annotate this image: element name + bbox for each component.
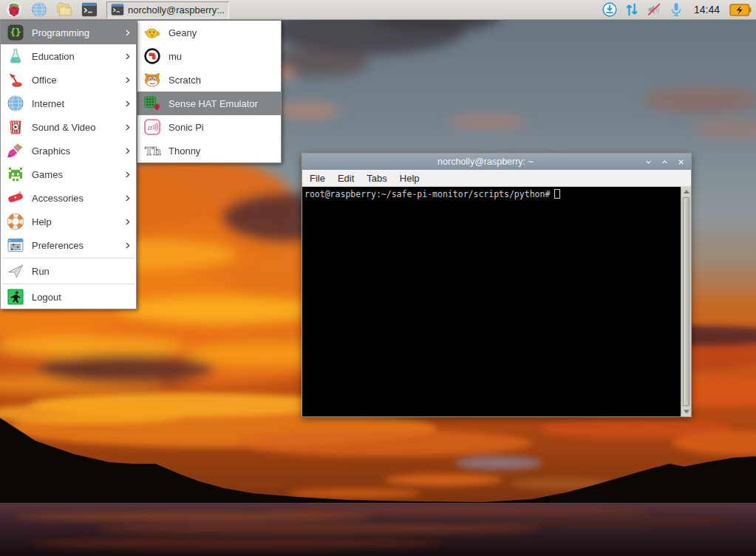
geany-icon	[143, 24, 161, 41]
volume-tray-icon[interactable]	[646, 1, 662, 18]
menu-button[interactable]	[3, 1, 25, 19]
scroll-up-button[interactable]	[681, 187, 691, 196]
submenu-item-label: Sonic Pi	[168, 122, 277, 133]
taskbar-window-button[interactable]: norcholly@raspberry:...	[106, 1, 229, 18]
menu-item[interactable]: Preferences	[1, 233, 136, 257]
menu-item-label: Games	[32, 169, 115, 180]
run-icon	[7, 262, 24, 280]
terminal-output[interactable]: root@raspberry:~/safe-pi-monitor/scripts…	[302, 187, 681, 416]
taskbar-window-label: norcholly@raspberry:...	[128, 4, 225, 16]
scroll-down-button[interactable]	[681, 407, 691, 416]
menubar-item[interactable]: File	[310, 173, 325, 184]
menu-item-label: Graphics	[32, 145, 115, 157]
menu-item[interactable]: Sound & Video	[1, 115, 136, 139]
terminal-launcher[interactable]	[78, 1, 101, 19]
internet-icon	[7, 95, 24, 112]
microphone-tray-icon[interactable]	[668, 1, 684, 18]
chevron-right-icon	[123, 28, 132, 38]
submenu-item[interactable]: Geany	[137, 21, 281, 44]
web-browser-icon	[31, 1, 47, 18]
menubar-item[interactable]: Help	[400, 173, 420, 184]
menubar-item[interactable]: Edit	[338, 173, 354, 184]
svg-text:Th: Th	[145, 145, 161, 158]
raspberry-menu-icon	[6, 1, 22, 18]
terminal-titlebar[interactable]: norcholly@raspberry: ~	[302, 154, 691, 170]
volume-muted-icon	[646, 1, 662, 18]
window-controls	[644, 154, 685, 170]
preferences-icon	[7, 236, 24, 254]
submenu-item[interactable]: Scratch	[137, 68, 281, 92]
menu-item-label: Run	[32, 266, 115, 277]
updater-tray-icon[interactable]	[602, 1, 618, 18]
menu-item-label: Programming	[32, 27, 115, 38]
menu-item[interactable]: Run	[1, 259, 136, 283]
close-icon	[677, 158, 685, 166]
menu-separator	[2, 284, 134, 284]
microphone-icon	[668, 1, 684, 18]
menu-item[interactable]: Logout	[1, 285, 136, 309]
submenu-item-label: Sense HAT Emulator	[168, 98, 277, 109]
submenu-item-label: Thonny	[168, 145, 277, 157]
chevron-up-icon	[661, 158, 669, 166]
system-tray: 14:44	[602, 1, 753, 18]
menu-item[interactable]: Help	[1, 210, 136, 233]
desktop: norcholly@raspberry:... 14:44	[0, 0, 756, 556]
menu-item[interactable]: Internet	[1, 92, 136, 115]
scrollbar	[681, 187, 691, 416]
menu-item-label: Internet	[32, 98, 115, 109]
scrollbar-thumb[interactable]	[683, 197, 689, 406]
submenu-item-label: mu	[168, 51, 277, 62]
office-icon	[7, 71, 24, 89]
chevron-right-icon	[123, 217, 132, 227]
menu-item[interactable]: Games	[1, 162, 136, 186]
mu-icon	[143, 47, 161, 65]
svg-text:{}: {}	[10, 27, 21, 38]
minimize-button[interactable]	[644, 158, 653, 166]
menu-item-label: Accessories	[32, 193, 115, 204]
menubar-item[interactable]: Tabs	[367, 173, 386, 184]
submenu-item[interactable]: Sense HAT Emulator	[137, 92, 281, 115]
clock[interactable]: 14:44	[694, 4, 720, 16]
menu-item[interactable]: Accessories	[1, 186, 136, 210]
chevron-down-icon	[644, 158, 653, 166]
menu-item[interactable]: Office	[1, 68, 136, 92]
start-menu: {} Programming Education Office Internet…	[0, 20, 137, 309]
submenu-item[interactable]: mu	[137, 44, 281, 68]
menu-item-label: Preferences	[32, 240, 115, 251]
taskbar-launchers	[3, 1, 101, 19]
chevron-right-icon	[123, 75, 132, 85]
submenu-item[interactable]: π Sonic Pi	[137, 115, 281, 139]
chevron-right-icon	[123, 193, 132, 203]
browser-launcher[interactable]	[28, 1, 50, 19]
file-manager-launcher[interactable]	[53, 1, 75, 19]
arrow-down-icon	[684, 410, 689, 413]
menu-item[interactable]: Education	[1, 44, 136, 68]
menu-item-label: Office	[32, 75, 115, 86]
menu-item[interactable]: {} Programming	[1, 21, 136, 44]
programming-icon: {}	[7, 24, 24, 41]
tray-icons	[602, 1, 684, 18]
chevron-right-icon	[123, 123, 132, 132]
submenu-item-label: Scratch	[168, 75, 277, 86]
shell-prompt: root@raspberry:~/safe-pi-monitor/scripts…	[304, 189, 550, 199]
chevron-right-icon	[123, 241, 132, 250]
chevron-right-icon	[123, 146, 132, 156]
menu-item[interactable]: Graphics	[1, 139, 136, 162]
submenu-item[interactable]: Th Thonny	[137, 139, 281, 162]
chevron-right-icon	[123, 170, 132, 179]
chevron-right-icon	[123, 52, 132, 61]
sound-video-icon	[7, 118, 24, 136]
menu-item-label: Education	[32, 51, 115, 62]
sonic-pi-icon: π	[143, 118, 161, 136]
arrow-up-icon	[684, 190, 689, 193]
maximize-button[interactable]	[661, 158, 669, 166]
network-tray-icon[interactable]	[624, 1, 640, 18]
network-arrows-icon	[624, 1, 640, 18]
terminal-title: norcholly@raspberry: ~	[332, 154, 639, 170]
close-button[interactable]	[677, 158, 685, 166]
sense-hat-icon	[143, 95, 161, 112]
programming-submenu: Geany mu Scratch Sense HAT Emulator π So…	[137, 20, 282, 163]
terminal-menubar: FileEditTabsHelp	[302, 170, 691, 187]
chevron-right-icon	[123, 99, 132, 109]
graphics-icon	[7, 142, 24, 159]
